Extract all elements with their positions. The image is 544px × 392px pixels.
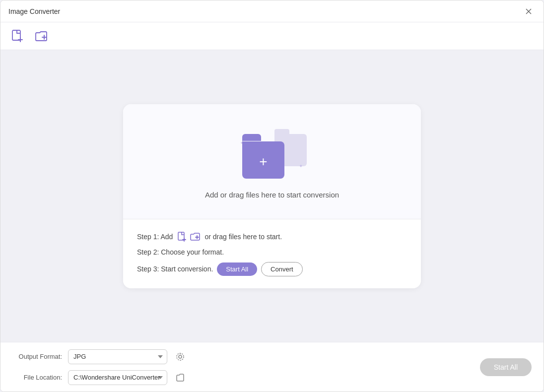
title-bar: Image Converter: [0, 0, 544, 22]
add-folder-button[interactable]: [32, 27, 50, 45]
svg-rect-2: [12, 30, 20, 40]
drop-zone-card: ✦ + ✦ Add or: [123, 104, 421, 288]
file-location-label: File Location:: [12, 374, 62, 381]
convert-button[interactable]: Convert: [261, 262, 303, 276]
step1-file-icon: [177, 231, 188, 242]
close-button[interactable]: [522, 4, 536, 18]
bottom-fields: Output Format: JPG PNG BMP GIF TIFF WEBP: [12, 349, 480, 385]
step-3: Step 3: Start conversion. Start All Conv…: [137, 262, 407, 276]
app-window: Image Converter: [0, 0, 544, 392]
close-icon: [526, 8, 532, 14]
browse-folder-button[interactable]: [173, 371, 187, 385]
svg-rect-7: [178, 232, 184, 240]
add-file-icon: [10, 29, 25, 44]
toolbar: [0, 22, 544, 50]
drop-area[interactable]: ✦ + ✦ Add or: [123, 104, 421, 219]
add-file-button[interactable]: [8, 27, 26, 45]
start-all-button[interactable]: Start All: [217, 262, 257, 276]
drop-instruction-text: Add or drag files here to start conversi…: [205, 191, 339, 199]
bottom-bar: Output Format: JPG PNG BMP GIF TIFF WEBP: [0, 342, 544, 392]
instructions-section: Step 1: Add: [123, 219, 421, 288]
bottom-start-all-button[interactable]: Start All: [480, 358, 532, 376]
output-format-row: Output Format: JPG PNG BMP GIF TIFF WEBP: [12, 349, 480, 364]
step1-prefix: Step 1: Add: [137, 233, 173, 241]
gear-icon: [176, 352, 185, 361]
step1-folder-icon: [190, 231, 201, 242]
title-bar-left: Image Converter: [8, 7, 60, 15]
folder-icon-group: ✦ + ✦: [237, 124, 307, 179]
step1-suffix: or drag files here to start.: [204, 233, 282, 241]
step-2: Step 2: Choose your format.: [137, 248, 407, 256]
output-format-label: Output Format:: [12, 353, 62, 360]
file-location-select[interactable]: C:\Wondershare UniConverter 14\Ima...: [68, 370, 167, 385]
main-content: ✦ + ✦ Add or: [0, 50, 544, 342]
open-folder-icon: [176, 373, 185, 382]
svg-point-13: [177, 353, 184, 360]
folder-plus-icon: +: [259, 155, 267, 169]
step3-prefix: Step 3: Start conversion.: [137, 265, 213, 273]
step2-text: Step 2: Choose your format.: [137, 248, 224, 256]
svg-point-12: [179, 355, 182, 358]
add-folder-icon: [34, 29, 49, 44]
step1-icons: [177, 231, 201, 242]
step-1: Step 1: Add: [137, 231, 407, 242]
format-settings-button[interactable]: [173, 350, 187, 364]
sparkle-right-icon: ✦: [299, 163, 303, 169]
file-location-row: File Location: C:\Wondershare UniConvert…: [12, 370, 480, 385]
output-format-select[interactable]: JPG PNG BMP GIF TIFF WEBP: [68, 349, 167, 364]
window-title: Image Converter: [8, 7, 60, 15]
folder-main: +: [242, 134, 284, 179]
